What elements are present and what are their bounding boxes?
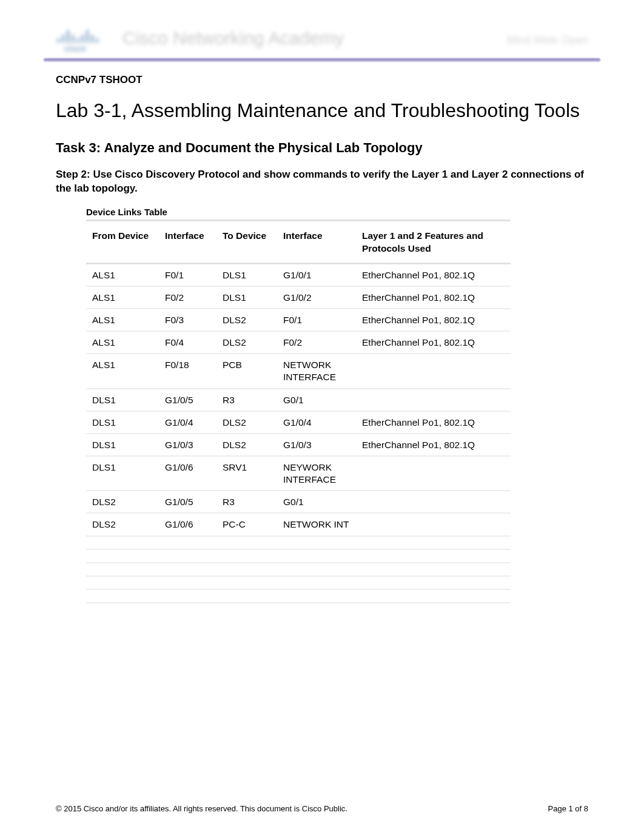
table-cell: G1/0/3	[159, 434, 216, 457]
table-cell: G1/0/6	[159, 457, 216, 491]
table-cell	[356, 354, 511, 389]
table-row: ALS1F0/4DLS2F0/2EtherChannel Po1, 802.1Q	[86, 332, 511, 354]
table-cell-empty	[86, 577, 159, 590]
table-row: DLS2G1/0/6PC-CNETWORK INT	[86, 514, 511, 536]
table-cell-empty	[277, 577, 356, 590]
table-cell: PC-C	[216, 514, 277, 536]
table-cell: F0/2	[159, 287, 216, 309]
table-row: DLS1G1/0/3DLS2G1/0/3EtherChannel Po1, 80…	[86, 434, 511, 457]
table-cell-empty	[159, 577, 216, 590]
table-row-empty	[86, 537, 511, 550]
table-cell: DLS1	[86, 389, 159, 412]
footer-copyright: © 2015 Cisco and/or its affiliates. All …	[56, 804, 347, 813]
table-cell: EtherChannel Po1, 802.1Q	[356, 434, 511, 457]
table-cell: SRV1	[216, 457, 277, 491]
table-cell-empty	[356, 563, 511, 577]
table-row: DLS1G1/0/5R3G0/1	[86, 389, 511, 412]
table-cell: ALS1	[86, 309, 159, 332]
table-cell-empty	[86, 550, 159, 563]
svg-rect-2	[67, 30, 69, 43]
table-cell: ALS1	[86, 354, 159, 389]
table-cell: NETWORK INTERFACE	[277, 354, 356, 389]
svg-rect-0	[57, 38, 59, 43]
table-cell: F0/2	[277, 332, 356, 354]
table-cell: DLS1	[216, 264, 277, 287]
table-cell-empty	[277, 550, 356, 563]
table-cell-empty	[216, 590, 277, 603]
table-cell: G1/0/5	[159, 491, 216, 514]
table-row-empty	[86, 590, 511, 603]
table-cell-empty	[356, 550, 511, 563]
cisco-logo-icon: cisco	[56, 27, 103, 53]
table-cell: G1/0/3	[277, 434, 356, 457]
table-cell: PCB	[216, 354, 277, 389]
table-cell: G1/0/1	[277, 264, 356, 287]
table-body: ALS1F0/1DLS1G1/0/1EtherChannel Po1, 802.…	[86, 264, 511, 604]
tagline-text: Mind Wide Open	[507, 34, 588, 47]
table-cell-empty	[277, 590, 356, 603]
header-divider	[44, 58, 600, 62]
table-cell: DLS1	[216, 287, 277, 309]
lab-title: Lab 3-1, Assembling Maintenance and Trou…	[56, 99, 588, 122]
table-row-empty	[86, 563, 511, 577]
table-cell-empty	[159, 563, 216, 577]
table-row-empty	[86, 550, 511, 563]
table-cell: EtherChannel Po1, 802.1Q	[356, 412, 511, 434]
table-row: DLS1G1/0/4DLS2G1/0/4EtherChannel Po1, 80…	[86, 412, 511, 434]
th-from-device: From Device	[86, 220, 159, 264]
table-row: ALS1F0/2DLS1G1/0/2EtherChannel Po1, 802.…	[86, 287, 511, 309]
table-cell-empty	[356, 590, 511, 603]
table-cell: G0/1	[277, 491, 356, 514]
table-cell: EtherChannel Po1, 802.1Q	[356, 309, 511, 332]
page-header: cisco Cisco Networking Academy Mind Wide…	[56, 22, 588, 58]
table-cell-empty	[86, 563, 159, 577]
table-cell: DLS2	[86, 514, 159, 536]
table-cell	[356, 491, 511, 514]
table-cell: DLS1	[86, 434, 159, 457]
svg-rect-4	[76, 38, 79, 43]
svg-text:cisco: cisco	[64, 44, 86, 53]
table-cell: DLS2	[216, 332, 277, 354]
table-cell: R3	[216, 389, 277, 412]
device-links-table-wrap: From Device Interface To Device Interfac…	[86, 220, 511, 603]
svg-rect-6	[86, 30, 89, 43]
table-cell-empty	[216, 537, 277, 550]
table-cell-empty	[159, 537, 216, 550]
table-cell: F0/1	[159, 264, 216, 287]
table-cell: DLS2	[86, 491, 159, 514]
th-features: Layer 1 and 2 Features and Protocols Use…	[356, 220, 511, 264]
table-row-empty	[86, 577, 511, 590]
table-cell: G1/0/4	[277, 412, 356, 434]
table-cell: EtherChannel Po1, 802.1Q	[356, 332, 511, 354]
task-title: Task 3: Analyze and Document the Physica…	[56, 140, 588, 156]
table-cell	[356, 389, 511, 412]
table-row: ALS1F0/1DLS1G1/0/1EtherChannel Po1, 802.…	[86, 264, 511, 287]
svg-rect-3	[72, 35, 74, 43]
table-cell: F0/18	[159, 354, 216, 389]
table-cell	[356, 514, 511, 536]
table-cell-empty	[86, 537, 159, 550]
table-row: ALS1F0/3DLS2F0/1EtherChannel Po1, 802.1Q	[86, 309, 511, 332]
table-cell: G1/0/6	[159, 514, 216, 536]
table-cell: G1/0/5	[159, 389, 216, 412]
svg-rect-8	[96, 38, 98, 43]
table-cell: G0/1	[277, 389, 356, 412]
table-cell: R3	[216, 491, 277, 514]
table-row: DLS1G1/0/6SRV1NEYWORK INTERFACE	[86, 457, 511, 491]
th-to-device: To Device	[216, 220, 277, 264]
svg-rect-5	[81, 35, 84, 43]
table-cell-empty	[356, 577, 511, 590]
table-cell: DLS2	[216, 309, 277, 332]
th-interface-1: Interface	[159, 220, 216, 264]
table-cell: DLS2	[216, 434, 277, 457]
table-cell-empty	[277, 537, 356, 550]
table-cell: ALS1	[86, 287, 159, 309]
table-row: DLS2G1/0/5R3G0/1	[86, 491, 511, 514]
table-title: Device Links Table	[86, 207, 588, 217]
footer-page: Page 1 of 8	[548, 804, 589, 813]
svg-rect-1	[62, 35, 64, 43]
table-cell: ALS1	[86, 264, 159, 287]
table-cell: ALS1	[86, 332, 159, 354]
table-cell-empty	[216, 577, 277, 590]
table-cell-empty	[356, 537, 511, 550]
